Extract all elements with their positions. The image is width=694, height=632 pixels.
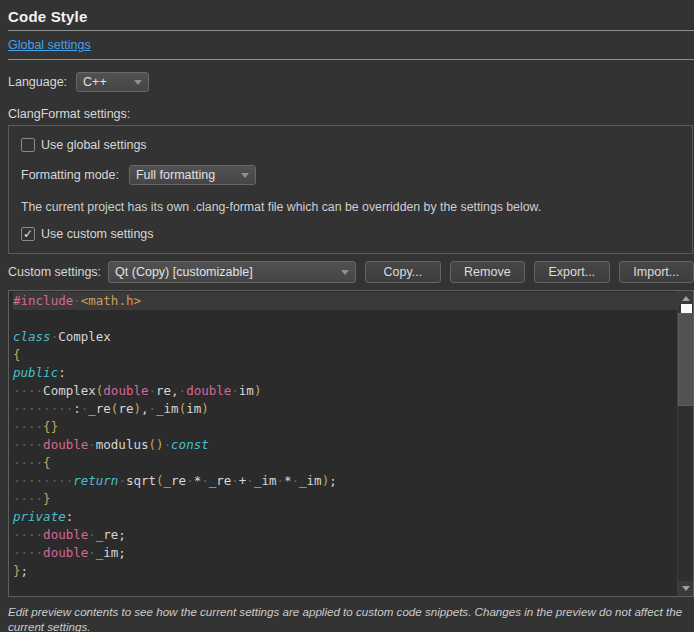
code-preview-editor[interactable]: #include·<math.h> class·Complex{public:·… (8, 290, 694, 597)
custom-settings-dropdown[interactable]: Qt (Copy) [customizable] (108, 261, 356, 283)
formatting-mode-dropdown[interactable]: Full formatting (129, 165, 256, 185)
code-line: private: (13, 508, 681, 526)
use-global-settings-label: Use global settings (41, 138, 147, 152)
code-line: public: (13, 364, 681, 382)
use-custom-settings-checkbox-row[interactable]: ✓ Use custom settings (21, 227, 680, 241)
clangformat-settings-label: ClangFormat settings: (8, 107, 694, 121)
code-line: ····{ (13, 454, 681, 472)
chevron-down-icon (134, 80, 142, 85)
language-dropdown[interactable]: C++ (76, 72, 149, 92)
language-dropdown-value: C++ (83, 75, 107, 89)
page-title: Code Style (8, 8, 694, 25)
formatting-mode-label: Formatting mode: (21, 168, 119, 182)
formatting-mode-row: Formatting mode: Full formatting (21, 165, 680, 185)
global-settings-link[interactable]: Global settings (8, 38, 91, 52)
link-separator (8, 59, 694, 60)
code-line: ····double·_im; (13, 544, 681, 562)
code-line (13, 310, 681, 328)
chevron-down-icon (341, 270, 349, 275)
scroll-down-button[interactable] (678, 581, 694, 596)
code-line: ····Complex(double·re,·double·im) (13, 382, 681, 400)
clangformat-groupbox: Use global settings Formatting mode: Ful… (8, 125, 693, 254)
triangle-up-icon (682, 296, 690, 301)
code-line: { (13, 346, 681, 364)
use-custom-settings-checkbox[interactable]: ✓ (21, 227, 35, 241)
export-button[interactable]: Export... (534, 261, 609, 283)
preview-help-note: Edit preview contents to see how the cur… (8, 604, 688, 632)
use-global-settings-checkbox[interactable] (21, 138, 35, 152)
code-lines: #include·<math.h> class·Complex{public:·… (9, 291, 693, 580)
code-line: #include·<math.h> (13, 292, 681, 310)
code-line: ····} (13, 490, 681, 508)
formatting-mode-dropdown-value: Full formatting (136, 168, 215, 182)
vertical-scrollbar[interactable] (677, 291, 693, 596)
code-line: }; (13, 562, 681, 580)
code-line: ····double·_re; (13, 526, 681, 544)
custom-settings-label: Custom settings: (8, 265, 101, 279)
code-line: ········:·_re(re),·_im(im) (13, 400, 681, 418)
code-line: ····{} (13, 418, 681, 436)
language-row: Language: C++ (8, 72, 694, 92)
title-separator (8, 30, 694, 31)
cursor-position-marker (681, 304, 692, 313)
code-line: ····double·modulus()·const (13, 436, 681, 454)
language-label: Language: (8, 75, 67, 89)
code-line: class·Complex (13, 328, 681, 346)
custom-settings-row: Custom settings: Qt (Copy) [customizable… (8, 261, 694, 283)
clang-format-info-text: The current project has its own .clang-f… (21, 200, 680, 214)
triangle-down-icon (682, 586, 690, 591)
scrollbar-thumb[interactable] (678, 313, 694, 406)
code-line: ········return·sqrt(_re·*·_re·+·_im·*·_i… (13, 472, 681, 490)
custom-settings-dropdown-value: Qt (Copy) [customizable] (115, 265, 253, 279)
import-button[interactable]: Import... (619, 261, 694, 283)
chevron-down-icon (241, 173, 249, 178)
copy-button[interactable]: Copy... (365, 261, 440, 283)
use-global-settings-checkbox-row[interactable]: Use global settings (21, 138, 680, 152)
use-custom-settings-label: Use custom settings (41, 227, 154, 241)
remove-button[interactable]: Remove (450, 261, 525, 283)
code-style-settings-page: Code Style Global settings Language: C++… (0, 0, 694, 632)
